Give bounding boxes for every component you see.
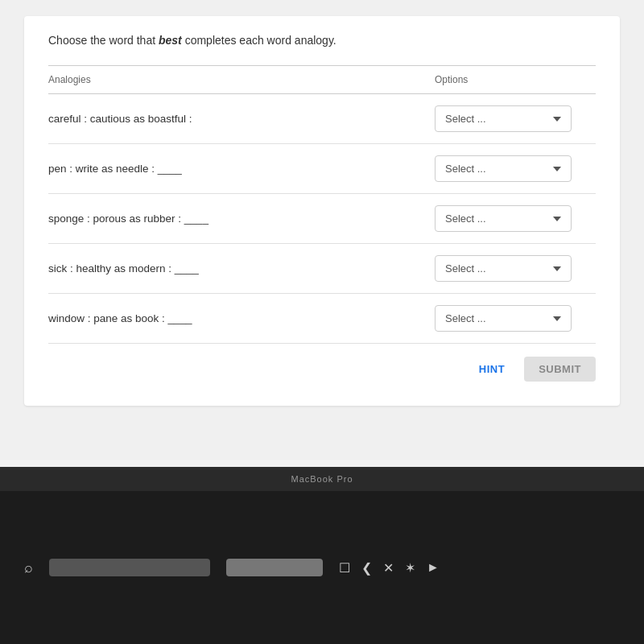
analogy-table: Analogies Options careful : cautious as … xyxy=(48,65,596,344)
select-dropdown-4[interactable]: Select ... xyxy=(435,255,572,282)
table-header: Analogies Options xyxy=(48,66,596,94)
select-dropdown-2[interactable]: Select ... xyxy=(435,155,572,182)
hint-button[interactable]: HINT xyxy=(469,357,514,382)
options-cell-1: Select ... xyxy=(435,105,596,132)
brightness-icon: ✶ xyxy=(405,560,415,576)
url-bar[interactable] xyxy=(49,559,210,576)
analogy-text-2: pen : write as needle : ____ xyxy=(48,163,435,175)
screen-icon: ☐ xyxy=(339,560,350,576)
analogy-text-5: window : pane as book : ____ xyxy=(48,312,435,324)
analogy-text-3: sponge : porous as rubber : ____ xyxy=(48,213,435,225)
select-label-3: Select ... xyxy=(445,213,486,225)
select-label-1: Select ... xyxy=(445,113,486,125)
table-row: window : pane as book : ____ Select ... xyxy=(48,294,596,344)
analogy-text-4: sick : healthy as modern : ____ xyxy=(48,262,435,275)
options-cell-2: Select ... xyxy=(435,155,596,182)
options-cell-4: Select ... xyxy=(435,255,596,282)
chevron-down-icon-1 xyxy=(553,117,561,122)
action-row: HINT SUBMIT xyxy=(48,357,596,382)
table-row: careful : cautious as boastful : Select … xyxy=(48,94,596,144)
search-icon[interactable]: ⌕ xyxy=(24,559,33,576)
macbook-label: MacBook Pro xyxy=(291,474,353,484)
options-column-header: Options xyxy=(435,74,596,85)
select-dropdown-3[interactable]: Select ... xyxy=(435,205,572,232)
instruction-text: Choose the word that best completes each… xyxy=(48,32,596,49)
options-cell-5: Select ... xyxy=(435,305,596,332)
wifi-icon: ✕ xyxy=(383,560,394,576)
table-row: sponge : porous as rubber : ____ Select … xyxy=(48,194,596,244)
select-label-4: Select ... xyxy=(445,262,486,275)
macbook-bar: MacBook Pro xyxy=(0,467,644,491)
submit-button[interactable]: SUBMIT xyxy=(524,357,596,382)
select-dropdown-5[interactable]: Select ... xyxy=(435,305,572,332)
analogies-column-header: Analogies xyxy=(48,74,435,85)
table-row: sick : healthy as modern : ____ Select .… xyxy=(48,244,596,294)
chevron-down-icon-2 xyxy=(553,167,561,171)
select-label-5: Select ... xyxy=(445,312,486,324)
search-bar[interactable] xyxy=(226,559,323,576)
dock-area: ⌕ ☐ ❮ ✕ ✶ ► xyxy=(0,491,644,644)
select-label-2: Select ... xyxy=(445,163,486,175)
table-row: pen : write as needle : ____ Select ... xyxy=(48,144,596,194)
volume-icon: ► xyxy=(427,560,440,575)
analogy-text-1: careful : cautious as boastful : xyxy=(48,113,435,125)
chevron-down-icon-5 xyxy=(553,316,561,321)
back-icon: ❮ xyxy=(361,560,372,576)
chevron-down-icon-4 xyxy=(553,266,561,271)
options-cell-3: Select ... xyxy=(435,205,596,232)
chevron-down-icon-3 xyxy=(553,217,561,221)
status-icons: ☐ ❮ ✕ ✶ ► xyxy=(339,560,440,576)
select-dropdown-1[interactable]: Select ... xyxy=(435,105,572,132)
